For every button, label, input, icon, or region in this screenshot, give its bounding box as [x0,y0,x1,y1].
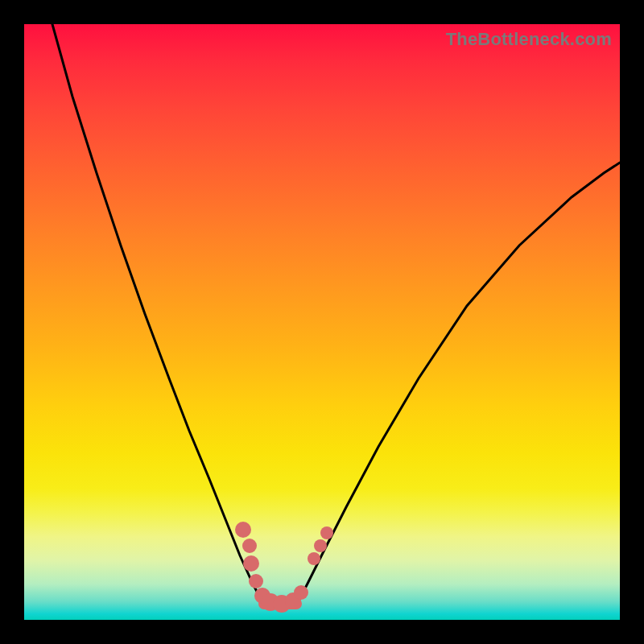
plot-area: TheBottleneck.com [24,24,620,620]
marker-dot [242,539,257,553]
curve-layer [24,24,620,620]
marker-dot [320,526,333,539]
marker-dot [308,552,320,565]
marker-dot [249,574,263,588]
marker-cluster [235,522,333,613]
marker-dot [243,555,259,572]
curve-right-arm [296,163,620,605]
marker-dot [294,585,308,600]
marker-dot [314,539,327,552]
marker-dot [235,522,251,538]
curve-left-arm [52,24,264,605]
outer-frame: TheBottleneck.com [0,0,644,644]
